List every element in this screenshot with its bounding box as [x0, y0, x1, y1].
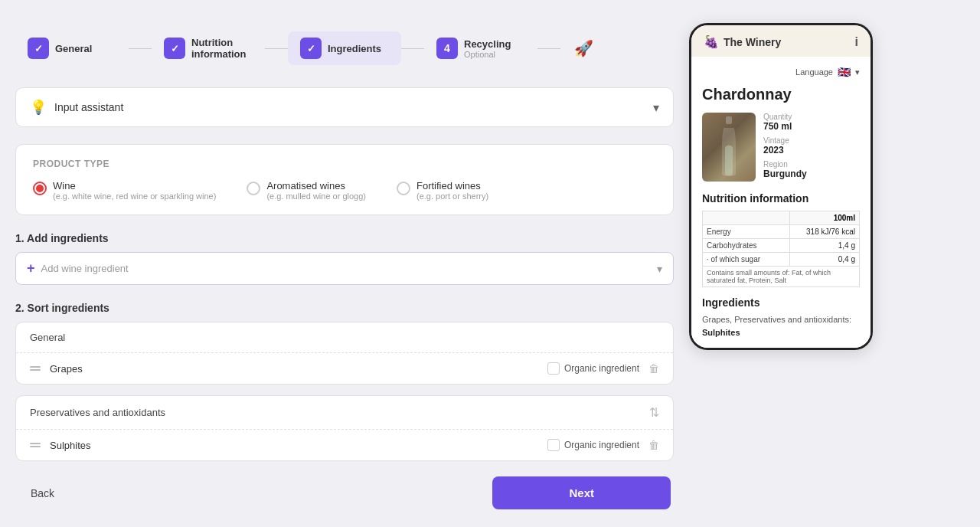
wine-details: Quantity 750 ml Vintage 2023 Region Burg…: [763, 113, 807, 182]
phone-frame: 🍇 The Winery i Language 🇬🇧 ▾ Chardonnay: [689, 23, 873, 350]
step-general-icon: ✓: [28, 38, 49, 59]
nutrition-header: 100ml: [789, 211, 859, 225]
step-general-label: General: [55, 43, 92, 54]
drag-line-2: [30, 369, 41, 371]
ingredient-item-sulphites: Sulphites Organic ingredient 🗑: [16, 429, 673, 460]
radio-aromatised[interactable]: [247, 182, 260, 195]
input-assistant[interactable]: 💡 Input assistant ▾: [15, 87, 674, 127]
step-divider-1: [129, 48, 152, 49]
phone-ingredients-text: Grapes, Preservatives and antioxidants: …: [702, 313, 860, 339]
step-recycling-sub: Optional: [464, 50, 511, 59]
phone-ingredients-section: Ingredients Grapes, Preservatives and an…: [702, 296, 860, 339]
product-type-fortified-text: Fortified wines (e.g. port or sherry): [416, 180, 488, 201]
radio-fortified[interactable]: [397, 182, 410, 195]
step-recycling-label: Recycling: [464, 38, 511, 50]
fortified-desc: (e.g. port or sherry): [416, 191, 488, 201]
drag-line-s1: [30, 443, 41, 444]
nutrition-note: Contains small amounts of: Fat, of which…: [703, 267, 860, 287]
phone-ingredients-title: Ingredients: [702, 296, 860, 309]
phone-content: Language 🇬🇧 ▾ Chardonnay: [691, 57, 871, 348]
bulb-icon: 💡: [30, 99, 47, 116]
group-general-name: General: [30, 332, 65, 343]
wine-label: Wine: [53, 180, 216, 191]
nutrition-section: Nutrition information 100ml Energy 318 k…: [702, 192, 860, 287]
drag-handle-grapes[interactable]: [30, 366, 41, 371]
radio-wine[interactable]: [33, 182, 47, 195]
step-nutrition-label: Nutrition information: [191, 37, 253, 60]
delete-grapes-icon[interactable]: 🗑: [648, 362, 659, 375]
back-button[interactable]: Back: [18, 480, 67, 507]
carbs-value: 1,4 g: [789, 239, 859, 253]
aromatised-desc: (e.g. mulled wine or glogg): [266, 191, 366, 201]
stepper: ✓ General ✓ Nutrition information ✓ Ingr…: [15, 31, 674, 66]
organic-check-box-grapes[interactable]: [547, 362, 560, 375]
drag-handle-sulphites[interactable]: [30, 443, 41, 447]
phone-header: 🍇 The Winery i: [691, 25, 871, 57]
dropdown-lang-icon[interactable]: ▾: [855, 67, 860, 77]
next-button[interactable]: Next: [492, 476, 671, 509]
wine-info-row: Quantity 750 ml Vintage 2023 Region Burg…: [702, 113, 860, 182]
vintage-item: Vintage 2023: [763, 136, 807, 155]
nutrition-table: 100ml Energy 318 kJ/76 kcal Carbohydrate…: [702, 211, 860, 287]
input-assistant-left: 💡 Input assistant: [30, 99, 123, 116]
wine-title: Chardonnay: [702, 86, 860, 103]
quantity-item: Quantity 750 ml: [763, 113, 807, 132]
organic-checkbox-grapes[interactable]: Organic ingredient: [547, 362, 639, 375]
sort-ingredients-label: 2. Sort ingredients: [15, 302, 674, 314]
organic-checkbox-sulphites[interactable]: Organic ingredient: [547, 439, 639, 451]
info-icon[interactable]: i: [855, 35, 858, 49]
ingredient-group-preservatives: Preservatives and antioxidants ⇅ Sulphit…: [15, 395, 674, 461]
chevron-down-icon: ▾: [653, 100, 659, 115]
organic-label-sulphites: Organic ingredient: [564, 440, 639, 450]
group-general-header: General: [16, 322, 673, 352]
plus-icon: +: [27, 260, 35, 277]
wine-image: [702, 113, 756, 182]
drag-line-1: [30, 366, 41, 368]
group-preservatives-header: Preservatives and antioxidants ⇅: [16, 396, 673, 429]
delete-sulphites-icon[interactable]: 🗑: [648, 439, 659, 451]
sugar-label: · of which sugar: [703, 253, 790, 267]
language-label: Language: [795, 67, 833, 77]
step-general[interactable]: ✓ General: [15, 31, 129, 65]
aromatised-label: Aromatised wines: [266, 180, 366, 191]
vintage-value: 2023: [763, 145, 807, 155]
wine-desc: (e.g. white wine, red wine or sparkling …: [53, 191, 216, 201]
step-divider-4: [537, 48, 560, 49]
flag-icon: 🇬🇧: [838, 66, 851, 78]
energy-label: Energy: [703, 225, 790, 239]
quantity-label: Quantity: [763, 113, 807, 121]
grape-icon: 🍇: [704, 34, 719, 49]
step-divider-2: [265, 48, 288, 49]
phone-brand: 🍇 The Winery: [704, 34, 781, 49]
add-ingredient-row[interactable]: + Add wine ingredient ▾: [15, 252, 674, 285]
group-preservatives-name: Preservatives and antioxidants: [30, 407, 165, 418]
footer-nav: Back Next: [15, 476, 674, 509]
step-ingredients[interactable]: ✓ Ingredients: [288, 31, 401, 65]
nutrition-note-row: Contains small amounts of: Fat, of which…: [703, 267, 860, 287]
add-ingredient-placeholder: Add wine ingredient: [41, 263, 651, 274]
nutrition-title: Nutrition information: [702, 192, 860, 205]
nutrition-row-sugar: · of which sugar 0,4 g: [703, 253, 860, 267]
input-assistant-label: Input assistant: [54, 101, 123, 113]
organic-check-box-sulphites[interactable]: [547, 439, 560, 451]
brand-name: The Winery: [724, 36, 781, 48]
ingredient-item-grapes: Grapes Organic ingredient 🗑: [16, 352, 673, 384]
svg-rect-0: [726, 116, 732, 124]
product-type-wine[interactable]: Wine (e.g. white wine, red wine or spark…: [33, 180, 216, 201]
step-ingredients-label: Ingredients: [328, 43, 381, 54]
step-nutrition[interactable]: ✓ Nutrition information: [152, 31, 265, 66]
fortified-label: Fortified wines: [416, 180, 488, 191]
nutrition-row-energy: Energy 318 kJ/76 kcal: [703, 225, 860, 239]
step-publish-icon: 🚀: [573, 38, 594, 59]
ingredients-normal-text: Grapes, Preservatives and antioxidants:: [702, 315, 851, 324]
step-publish[interactable]: 🚀: [560, 31, 674, 65]
product-type-aromatised[interactable]: Aromatised wines (e.g. mulled wine or gl…: [247, 180, 366, 201]
sort-arrows-preservatives[interactable]: ⇅: [649, 405, 659, 420]
nutrition-row-carbs: Carbohydrates 1,4 g: [703, 239, 860, 253]
step-ingredients-icon: ✓: [300, 38, 322, 59]
step-divider-3: [401, 48, 424, 49]
step-nutrition-icon: ✓: [164, 38, 185, 59]
step-recycling[interactable]: 4 Recycling Optional: [424, 31, 537, 65]
product-type-wine-text: Wine (e.g. white wine, red wine or spark…: [53, 180, 216, 201]
product-type-fortified[interactable]: Fortified wines (e.g. port or sherry): [397, 180, 488, 201]
